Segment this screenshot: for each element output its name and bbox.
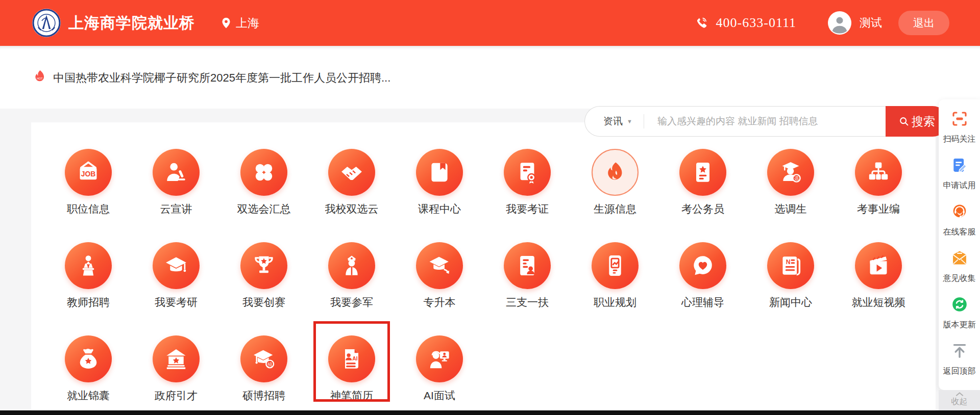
headset-icon <box>950 202 969 223</box>
app-item-label: 我要考研 <box>155 296 198 309</box>
search-category-select[interactable]: 资讯 <box>603 115 623 128</box>
search-divider <box>644 114 644 128</box>
app-item-book[interactable]: 课程中心 <box>396 149 483 216</box>
doc-edit-icon <box>950 156 969 176</box>
app-item-grad-person[interactable]: 选选调生 <box>747 149 835 216</box>
chevron-down-icon[interactable]: ▼ <box>627 118 632 124</box>
app-item-petals[interactable]: 双选会汇总 <box>220 149 308 216</box>
school-logo-icon <box>32 8 61 38</box>
svg-text:HOT: HOT <box>37 77 43 80</box>
presenter-icon <box>153 149 200 196</box>
app-item-money-bag[interactable]: 就业锦囊 <box>44 335 132 402</box>
city-selector[interactable]: 上海 <box>219 15 259 31</box>
app-item-clapper[interactable]: 就业短视频 <box>835 242 922 309</box>
app-item-label: 考事业编 <box>857 202 900 216</box>
location-pin-icon <box>219 16 233 30</box>
svg-text:招: 招 <box>267 362 272 367</box>
cap-up-icon <box>416 242 463 289</box>
app-item-label: 云宣讲 <box>160 202 192 216</box>
app-item-lecturer[interactable]: 教师招聘 <box>44 242 132 309</box>
user-avatar[interactable] <box>828 11 851 35</box>
clapper-icon <box>855 242 902 289</box>
app-item-heart-bubble[interactable]: 心理辅导 <box>659 242 747 309</box>
flame-icon <box>592 149 639 196</box>
app-item-label: 职位信息 <box>67 202 110 216</box>
app-item-label: 政府引才 <box>155 389 198 402</box>
doc-star-icon <box>679 149 726 196</box>
username: 测试 <box>860 15 882 31</box>
arrow-top-icon <box>950 342 969 362</box>
app-item-doc-person[interactable]: 三支一扶 <box>483 242 571 309</box>
gov-building-icon <box>153 335 200 382</box>
app-item-grad-cap[interactable]: 我要考研 <box>132 242 220 309</box>
search-button-label: 搜索 <box>912 114 935 129</box>
job-sign-icon: JOB <box>65 149 112 196</box>
news-headline-link[interactable]: 中国热带农业科学院椰子研究所2025年度第一批工作人员公开招聘... <box>53 70 390 86</box>
app-item-job-sign[interactable]: JOB职位信息 <box>44 149 132 216</box>
app-item-org-chart[interactable]: 考事业编 <box>835 149 922 216</box>
cap-badge-icon: 招 <box>240 335 287 382</box>
handshake-icon <box>328 149 375 196</box>
org-chart-icon <box>855 149 902 196</box>
app-item-label: 生源信息 <box>594 202 636 216</box>
heart-bubble-icon <box>679 242 726 289</box>
main-panel: JOB职位信息云宣讲双选会汇总我校双选云课程中心我要考证生源信息考公务员选选调生… <box>31 122 936 415</box>
sidebar-item-label: 在线客服 <box>943 227 976 238</box>
app-item-label: 选调生 <box>775 202 807 216</box>
sidebar-item-qr-scan[interactable]: 扫码关注 <box>943 110 976 145</box>
book-icon <box>416 149 463 196</box>
app-item-label: 我要参军 <box>330 296 373 309</box>
logout-button[interactable]: 退出 <box>898 11 949 35</box>
app-item-label: 双选会汇总 <box>237 202 291 216</box>
app-grid: JOB职位信息云宣讲双选会汇总我校双选云课程中心我要考证生源信息考公务员选选调生… <box>31 122 936 402</box>
app-item-gov-building[interactable]: 政府引才 <box>132 335 220 402</box>
app-item-ai-interview[interactable]: AI面试 <box>396 335 483 402</box>
search-input[interactable] <box>657 116 886 127</box>
hotline: 400-633-0111 <box>694 15 796 31</box>
app-item-phone-chart[interactable]: 职业规划 <box>571 242 659 309</box>
app-item-flame[interactable]: 生源信息 <box>571 149 659 216</box>
search-icon <box>898 116 910 127</box>
app-item-soldier[interactable]: 我要参军 <box>308 242 396 309</box>
collapse-label: 收起 <box>951 397 968 406</box>
svg-text:AI: AI <box>352 356 358 361</box>
doc-person-icon <box>504 242 551 289</box>
sidebar-item-doc-edit[interactable]: 申请试用 <box>943 156 976 191</box>
hot-flame-icon: HOT <box>31 68 49 87</box>
app-item-label: 就业锦囊 <box>67 389 110 402</box>
app-item-presenter[interactable]: 云宣讲 <box>132 149 220 216</box>
app-item-label: 就业短视频 <box>852 296 905 309</box>
hotline-number: 400-633-0111 <box>716 15 796 31</box>
sidebar-item-headset[interactable]: 在线客服 <box>943 202 976 238</box>
chevron-up-icon <box>954 391 965 397</box>
app-item-label: 心理辅导 <box>681 296 724 309</box>
app-item-newspaper[interactable]: N新闻中心 <box>747 242 835 309</box>
news-search-bar: HOT 中国热带农业科学院椰子研究所2025年度第一批工作人员公开招聘... 资… <box>0 46 980 109</box>
app-item-handshake[interactable]: 我校双选云 <box>308 149 396 216</box>
app-item-trophy[interactable]: 我要创赛 <box>220 242 308 309</box>
app-item-resume-ai[interactable]: AI神笔简历 <box>308 335 396 402</box>
sidebar-item-envelope[interactable]: 意见收集 <box>943 249 976 284</box>
money-bag-icon <box>65 335 112 382</box>
app-item-label: 职业规划 <box>594 296 636 309</box>
header-bar: 上海商学院就业桥 上海 400-633-0111 测试 退出 <box>0 0 980 46</box>
city-name: 上海 <box>236 15 259 31</box>
app-item-label: 我校双选云 <box>325 202 379 216</box>
app-item-cap-up[interactable]: 专升本 <box>396 242 483 309</box>
phone-chart-icon <box>592 242 639 289</box>
svg-text:选: 选 <box>794 175 799 181</box>
lecturer-icon <box>65 242 112 289</box>
collapse-button[interactable]: 收起 <box>939 390 980 410</box>
app-item-certificate[interactable]: 我要考证 <box>483 149 571 216</box>
sidebar-item-label: 版本更新 <box>943 320 976 330</box>
bottom-dark-bar <box>0 410 980 415</box>
app-item-doc-star[interactable]: 考公务员 <box>659 149 747 216</box>
grad-person-icon: 选 <box>767 149 814 196</box>
app-item-label: 考公务员 <box>681 202 724 216</box>
app-item-cap-badge[interactable]: 招硕博招聘 <box>220 335 308 402</box>
sidebar-item-sync[interactable]: 版本更新 <box>943 295 976 330</box>
utility-sidebar: 扫码关注申请试用在线客服意见收集版本更新返回顶部 <box>939 99 980 390</box>
resume-ai-icon: AI <box>328 335 375 382</box>
sync-icon <box>950 295 969 316</box>
sidebar-item-arrow-top[interactable]: 返回顶部 <box>943 342 976 377</box>
